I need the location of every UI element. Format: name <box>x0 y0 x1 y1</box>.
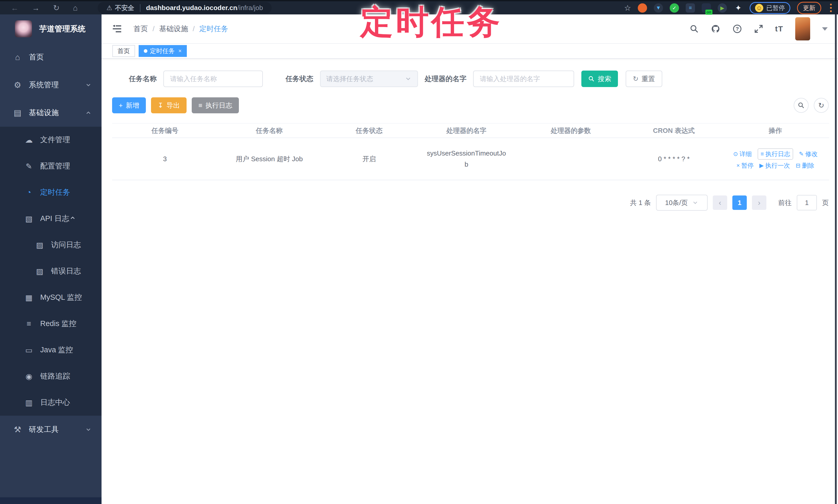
job-log-button[interactable]: ≡ 执行日志 <box>192 97 239 113</box>
mysql-icon: ▦ <box>23 293 35 302</box>
task-name-input[interactable] <box>163 71 263 87</box>
sidebar-item-config-management[interactable]: ✎ 配置管理 <box>0 153 102 179</box>
handler-name-input[interactable] <box>473 71 574 87</box>
url-host: dashboard.yudao.iocoder.cn <box>146 4 237 12</box>
cell-task-status: 开启 <box>321 155 417 164</box>
current-page-button[interactable]: 1 <box>732 196 747 210</box>
active-dot-icon <box>144 49 147 53</box>
browser-menu-icon[interactable] <box>828 4 834 12</box>
sidebar-item-dev-tools[interactable]: ⚒ 研发工具 <box>0 416 102 444</box>
extension-icon-drop[interactable]: ▼ <box>654 3 663 13</box>
delete-link[interactable]: ⊟删除 <box>796 161 814 170</box>
caret-down-icon[interactable] <box>822 27 828 31</box>
sidebar-item-file-management[interactable]: ☁ 文件管理 <box>0 127 102 153</box>
sidebar-item-api-log[interactable]: ▧ API 日志 <box>0 205 102 232</box>
next-page-button[interactable]: › <box>752 196 766 210</box>
extension-icon-puzzle[interactable]: ✦ <box>734 3 743 13</box>
sidebar-item-scheduled-tasks[interactable]: ◔ 定时任务 <box>0 179 102 205</box>
reset-button-label: 重置 <box>642 74 655 84</box>
sidebar-item-label: 系统管理 <box>29 80 59 90</box>
page-size-select[interactable]: 10条/页 <box>656 195 708 211</box>
github-icon[interactable] <box>711 24 720 34</box>
search-icon[interactable] <box>689 24 699 34</box>
col-header-status: 任务状态 <box>321 126 417 135</box>
reload-icon[interactable]: ↻ <box>53 4 59 12</box>
reset-button[interactable]: ↻ 重置 <box>626 71 662 87</box>
job-log-link-label: 执行日志 <box>765 150 790 158</box>
sidebar-item-java-monitor[interactable]: ▭ Java 监控 <box>0 337 102 363</box>
sidebar-item-mysql-monitor[interactable]: ▦ MySQL 监控 <box>0 284 102 311</box>
extension-icon-leaf[interactable]: ▶ <box>718 3 727 13</box>
detail-link[interactable]: ⊙详细 <box>733 150 752 158</box>
col-header-handler: 处理器的名字 <box>417 126 516 135</box>
forward-icon[interactable]: → <box>32 4 40 12</box>
extension-icon-orange[interactable] <box>638 3 647 13</box>
collapse-sidebar-icon[interactable] <box>112 24 122 34</box>
chevron-down-icon <box>85 82 92 88</box>
extension-icon-on-switch[interactable]: on <box>702 3 711 13</box>
address-bar[interactable]: ⚠ 不安全 dashboard.yudao.iocoder.cn /infra/… <box>98 2 272 14</box>
sidebar-item-error-log[interactable]: ▨ 错误日志 <box>0 258 102 284</box>
edit-link[interactable]: ✎修改 <box>799 150 817 158</box>
prev-page-button[interactable]: ‹ <box>713 196 727 210</box>
sidebar-item-label: 错误日志 <box>51 266 81 276</box>
back-icon[interactable]: ← <box>11 4 19 12</box>
sidebar-item-infrastructure[interactable]: ▤ 基础设施 <box>0 99 102 127</box>
run-once-link[interactable]: ▶执行一次 <box>760 161 790 170</box>
plus-icon: + <box>119 102 123 109</box>
fullscreen-icon[interactable] <box>754 24 763 34</box>
tag-scheduled-tasks[interactable]: 定时任务 × <box>139 45 187 57</box>
export-button[interactable]: ↧ 导出 <box>151 97 187 113</box>
app-logo-row[interactable]: 芋道管理系统 <box>0 14 102 43</box>
sidebar-item-system-management[interactable]: ⚙ 系统管理 <box>0 71 102 99</box>
col-header-params: 处理器的参数 <box>516 126 626 135</box>
extension-icon-blue[interactable]: ≡ <box>686 3 695 13</box>
search-button-label: 搜索 <box>598 74 611 84</box>
svg-text:?: ? <box>735 26 739 32</box>
close-icon[interactable]: × <box>178 48 182 54</box>
sidebar-bottom-strip <box>0 497 102 504</box>
edit-link-label: 修改 <box>805 150 818 158</box>
tag-home[interactable]: 首页 <box>112 45 135 57</box>
sidebar-item-label: API 日志 <box>40 214 69 224</box>
sidebar-item-log-center[interactable]: ▥ 日志中心 <box>0 390 102 416</box>
sidebar-item-redis-monitor[interactable]: ≡ Redis 监控 <box>0 311 102 337</box>
bookmark-star-icon[interactable]: ☆ <box>624 3 631 12</box>
extension-icon-green-check[interactable]: ✓ <box>670 3 679 13</box>
breadcrumb-home[interactable]: 首页 <box>134 24 148 34</box>
cell-handler-name: sysUserSessionTimeoutJob <box>426 148 507 170</box>
add-button[interactable]: + 新增 <box>112 97 146 113</box>
home-icon[interactable]: ⌂ <box>73 4 77 12</box>
refresh-table-button[interactable]: ↻ <box>814 98 829 113</box>
sidebar-item-label: Redis 监控 <box>40 319 76 329</box>
search-button[interactable]: 搜索 <box>581 71 618 87</box>
task-status-select[interactable]: 请选择任务状态 <box>320 71 418 87</box>
browser-update-button[interactable]: 更新 <box>797 2 821 14</box>
job-log-link[interactable]: ≡执行日志 <box>757 148 793 160</box>
sidebar-item-access-log[interactable]: ▨ 访问日志 <box>0 232 102 258</box>
sidebar-item-home[interactable]: ⌂ 首页 <box>0 43 102 71</box>
breadcrumb-infrastructure[interactable]: 基础设施 <box>159 24 188 34</box>
sidebar-item-label: 配置管理 <box>40 161 70 171</box>
delete-link-label: 删除 <box>802 161 814 170</box>
search-form: 任务名称 任务状态 请选择任务状态 处理器的名字 搜索 ↻ 重置 <box>129 70 662 88</box>
sidebar-item-label: 链路追踪 <box>40 371 70 381</box>
app-logo-avatar <box>15 20 32 37</box>
table-tools: ↻ <box>794 98 829 113</box>
paused-extension-pill[interactable]: ☺ 已暂停 <box>750 2 790 14</box>
user-avatar[interactable] <box>795 17 810 40</box>
help-icon[interactable]: ? <box>732 24 742 34</box>
pagination: 共 1 条 10条/页 ‹ 1 › 前往 页 <box>630 195 829 211</box>
error-log-icon: ▨ <box>34 267 45 276</box>
sidebar-item-label: 首页 <box>29 52 44 62</box>
toggle-search-button[interactable] <box>794 98 809 113</box>
annotation-watermark: 定时任务 <box>360 0 503 44</box>
pause-link[interactable]: ×暂停 <box>736 161 754 170</box>
sidebar-item-trace[interactable]: ◉ 链路追踪 <box>0 363 102 390</box>
eye-icon: ◉ <box>23 372 35 381</box>
goto-page-input[interactable] <box>797 195 817 211</box>
font-size-icon[interactable]: tT <box>775 24 783 33</box>
trash-icon: ⊟ <box>796 162 800 169</box>
log-center-icon: ▥ <box>23 398 35 407</box>
page-scrollbar[interactable] <box>835 14 837 504</box>
